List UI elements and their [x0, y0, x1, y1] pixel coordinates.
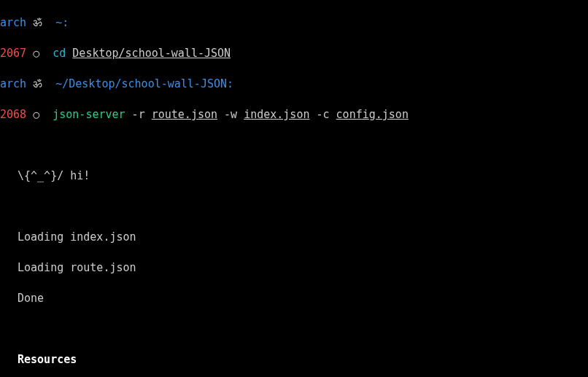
om-icon: ॐ — [33, 77, 42, 90]
done: Done — [0, 291, 588, 306]
prompt-line-4: 2068 ○ json-server -r route.json -w inde… — [0, 107, 588, 123]
loading-index: Loading index.json — [0, 230, 588, 245]
cd-command: cd — [53, 47, 66, 60]
flag-r: -r — [125, 108, 152, 121]
flag-c: -c — [309, 108, 336, 121]
loading-route: Loading route.json — [0, 260, 588, 276]
hostname: arch — [0, 77, 26, 90]
history-number: 2068 — [0, 108, 26, 121]
route-file: route.json — [152, 108, 217, 121]
colon: : — [227, 77, 233, 90]
prompt-line-1: arch ॐ ~: — [0, 15, 588, 31]
cd-arg: Desktop/school-wall-JSON — [72, 47, 231, 60]
cwd: ~ — [55, 16, 62, 29]
history-number: 2067 — [0, 47, 26, 60]
cwd: ~/Desktop/school-wall-JSON — [55, 77, 227, 90]
hostname: arch — [0, 16, 26, 29]
resources-header: Resources — [0, 352, 588, 368]
config-file: config.json — [336, 108, 409, 121]
json-server-command: json-server — [53, 108, 125, 121]
ring-icon: ○ — [33, 47, 39, 60]
ring-icon: ○ — [33, 108, 39, 121]
terminal[interactable]: arch ॐ ~: 2067 ○ cd Desktop/school-wall-… — [0, 0, 588, 377]
om-icon: ॐ — [33, 16, 42, 29]
flag-w: -w — [217, 108, 244, 121]
index-file: index.json — [244, 108, 309, 121]
greeting: \{^_^}/ hi! — [0, 168, 588, 184]
prompt-line-3: arch ॐ ~/Desktop/school-wall-JSON: — [0, 77, 588, 92]
prompt-line-2: 2067 ○ cd Desktop/school-wall-JSON — [0, 46, 588, 61]
colon: : — [62, 16, 69, 29]
